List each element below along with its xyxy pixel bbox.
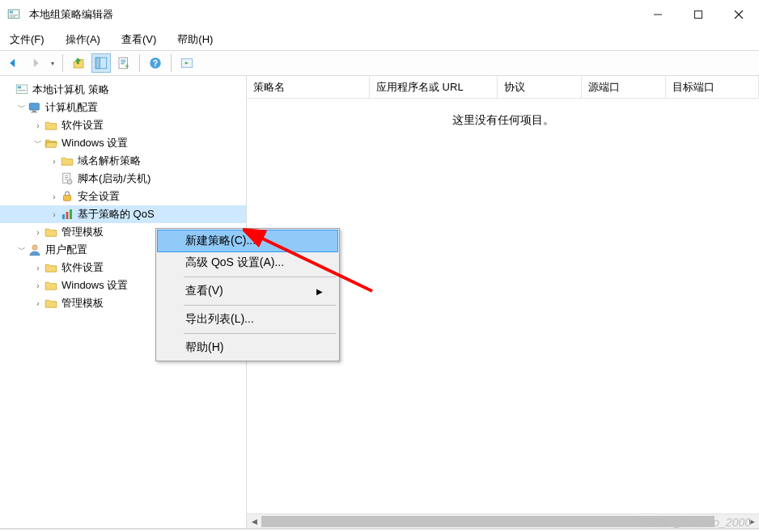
tree-label: 域名解析策略 (78, 154, 141, 168)
ctx-view[interactable]: 查看(V)▶ (158, 280, 337, 302)
folder-icon (60, 154, 74, 168)
svg-point-21 (67, 179, 72, 184)
script-icon (60, 171, 74, 186)
tree-label: 软件设置 (61, 118, 104, 133)
tree-scripts[interactable]: › 脚本(启动/关机) (0, 170, 246, 188)
svg-rect-9 (95, 57, 100, 69)
minimize-button[interactable] (638, 0, 678, 29)
close-button[interactable] (719, 0, 759, 29)
submenu-arrow-icon: ▶ (316, 287, 323, 296)
back-button[interactable] (3, 53, 23, 73)
col-protocol[interactable]: 协议 (498, 76, 582, 98)
folder-icon (44, 118, 58, 133)
watermark: CSDN @oldmao_2000 (635, 516, 751, 529)
tree-label: 计算机配置 (45, 100, 98, 115)
content-area: ▸ 本地计算机 策略 ﹀ 计算机配置 (0, 76, 759, 529)
statusbar: 基于策略的 QoS (0, 529, 759, 532)
svg-rect-22 (64, 196, 71, 201)
toolbar: ▾ ? (0, 50, 759, 76)
menu-view[interactable]: 查看(V) (118, 31, 159, 49)
ctx-label: 导出列表(L)... (185, 312, 254, 327)
svg-rect-18 (32, 111, 36, 112)
titlebar: 本地组策略编辑器 (0, 0, 759, 29)
svg-rect-3 (10, 16, 16, 17)
tree-qos-policy[interactable]: › 基于策略的 QoS (0, 205, 246, 223)
menu-action[interactable]: 操作(A) (62, 31, 104, 49)
ctx-label: 高级 QoS 设置(A)... (185, 255, 284, 270)
window-title: 本地组策略编辑器 (29, 7, 638, 22)
maximize-button[interactable] (678, 0, 719, 29)
ctx-help[interactable]: 帮助(H) (158, 336, 337, 359)
ctx-export-list[interactable]: 导出列表(L)... (158, 308, 337, 331)
col-policy-name[interactable]: 策略名 (247, 76, 370, 98)
folder-icon (44, 225, 58, 239)
tree-label: 安全设置 (78, 189, 120, 204)
svg-point-26 (32, 245, 37, 250)
export-list-button[interactable] (114, 53, 134, 73)
ctx-label: 新建策略(C)... (185, 234, 256, 248)
tree-label: 用户配置 (45, 243, 87, 257)
tree-label: Windows 设置 (61, 278, 128, 293)
svg-rect-16 (18, 90, 27, 91)
list-header: 策略名 应用程序名或 URL 协议 源端口 目标端口 (247, 76, 759, 99)
menu-file[interactable]: 文件(F) (6, 31, 48, 49)
user-icon (28, 243, 42, 257)
svg-rect-17 (29, 103, 39, 110)
svg-rect-25 (70, 209, 72, 219)
ctx-advanced-qos[interactable]: 高级 QoS 设置(A)... (158, 251, 337, 274)
tree-root-label: 本地计算机 策略 (32, 82, 109, 97)
tree-root[interactable]: ▸ 本地计算机 策略 (0, 81, 246, 99)
svg-rect-23 (62, 214, 65, 219)
qos-icon (60, 207, 74, 222)
ctx-label: 查看(V) (185, 284, 223, 298)
tree-software-settings[interactable]: › 软件设置 (0, 116, 246, 134)
ctx-label: 帮助(H) (185, 340, 223, 355)
tree-label: 软件设置 (61, 260, 104, 275)
help-button[interactable]: ? (146, 53, 165, 73)
app-icon (5, 6, 23, 23)
menubar: 文件(F) 操作(A) 查看(V) 帮助(H) (0, 29, 759, 50)
lock-icon (60, 189, 74, 204)
tree-security-settings[interactable]: › 安全设置 (0, 188, 246, 205)
tree-dns-policy[interactable]: › 域名解析策略 (0, 152, 246, 170)
col-source-port[interactable]: 源端口 (582, 76, 666, 98)
menu-help[interactable]: 帮助(H) (174, 31, 216, 49)
svg-rect-2 (10, 15, 19, 16)
nav-history-dropdown[interactable]: ▾ (49, 60, 57, 67)
tree-label: 脚本(启动/关机) (78, 171, 151, 186)
empty-message: 这里没有任何项目。 (247, 99, 759, 128)
policy-icon (15, 82, 29, 97)
svg-rect-1 (10, 11, 14, 14)
folder-icon (44, 278, 58, 293)
svg-text:?: ? (153, 58, 158, 68)
col-dest-port[interactable]: 目标端口 (666, 76, 759, 98)
ctx-separator (184, 305, 336, 306)
scroll-left-arrow[interactable]: ◀ (247, 514, 261, 529)
folder-icon (44, 296, 58, 310)
svg-rect-5 (695, 11, 702, 19)
tree-label: 管理模板 (61, 225, 104, 239)
tree-windows-settings[interactable]: ﹀ Windows 设置 (0, 134, 246, 152)
up-button[interactable] (69, 53, 88, 73)
tree-label: Windows 设置 (61, 136, 128, 150)
svg-rect-15 (18, 87, 22, 89)
context-menu: 新建策略(C)... 高级 QoS 设置(A)... 查看(V)▶ 导出列表(L… (155, 228, 340, 361)
tree-label: 基于策略的 QoS (78, 207, 155, 222)
tree-label: 管理模板 (61, 296, 104, 310)
tree-computer-config[interactable]: ﹀ 计算机配置 (0, 99, 246, 116)
folder-icon (44, 260, 58, 275)
show-hide-tree-button[interactable] (91, 53, 111, 73)
svg-rect-19 (32, 112, 38, 112)
forward-button[interactable] (26, 53, 45, 73)
ctx-new-policy[interactable]: 新建策略(C)... (157, 230, 338, 252)
ctx-separator (184, 277, 336, 277)
computer-icon (28, 100, 42, 115)
svg-rect-10 (119, 57, 128, 69)
folder-open-icon (44, 136, 58, 150)
ctx-separator (184, 333, 336, 334)
col-app-or-url[interactable]: 应用程序名或 URL (370, 76, 498, 98)
show-hide-action-button[interactable] (177, 53, 197, 73)
svg-rect-24 (66, 212, 69, 219)
